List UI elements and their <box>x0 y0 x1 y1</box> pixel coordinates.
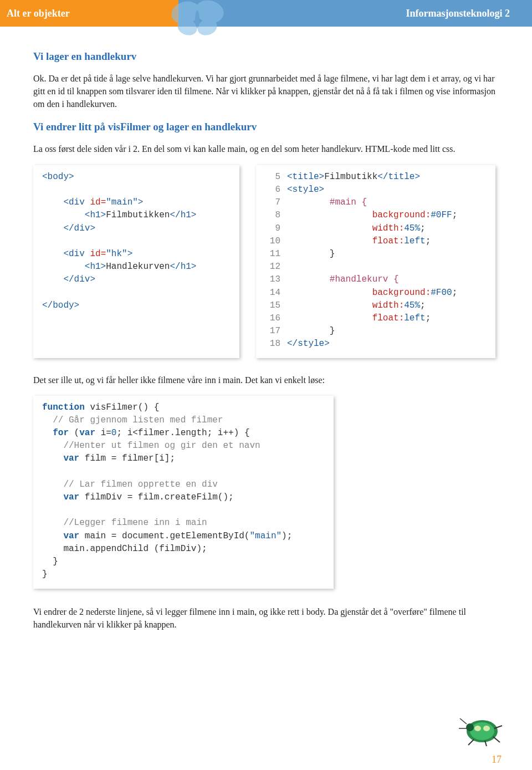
code-html-body: <body> <div id="main"> <h1>Filmbutikken<… <box>33 165 239 359</box>
header-right-title: Informasjonsteknologi 2 <box>406 8 510 19</box>
beetle-icon <box>454 712 507 748</box>
paragraph-2: La oss først dele siden vår i 2. En del … <box>33 142 499 155</box>
paragraph-4: Vi endrer de 2 nederste linjene, så vi l… <box>33 605 499 631</box>
section-heading-2: Vi endrer litt på visFilmer og lager en … <box>33 119 499 135</box>
svg-line-12 <box>468 740 474 745</box>
svg-line-14 <box>493 737 500 742</box>
code-row-1: <body> <div id="main"> <h1>Filmbutikken<… <box>33 165 499 359</box>
svg-line-10 <box>460 718 467 724</box>
paragraph-3: Det ser ille ut, og vi får heller ikke f… <box>33 374 499 386</box>
svg-point-6 <box>470 722 494 740</box>
svg-point-7 <box>474 726 481 731</box>
code-js-visfilmer: function visFilmer() { // Går gjennom li… <box>33 396 334 589</box>
section-heading-1: Vi lager en handlekurv <box>33 49 499 64</box>
page-header: Alt er objekter Informasjonsteknologi 2 <box>0 0 532 27</box>
page-number: 17 <box>492 754 502 766</box>
header-left-title: Alt er objekter <box>7 8 70 19</box>
header-left: Alt er objekter <box>0 0 178 27</box>
svg-point-9 <box>466 723 474 731</box>
page-content: Vi lager en handlekurv Ok. Da er det på … <box>0 27 532 651</box>
svg-point-8 <box>483 726 490 731</box>
code-css-style: 5<title>Filmbutikk</title> 6<style> 7 #m… <box>256 165 495 359</box>
butterfly-icon <box>161 0 238 42</box>
svg-point-4 <box>195 11 200 28</box>
paragraph-1: Ok. Da er det på tide å lage selve handl… <box>33 72 499 111</box>
